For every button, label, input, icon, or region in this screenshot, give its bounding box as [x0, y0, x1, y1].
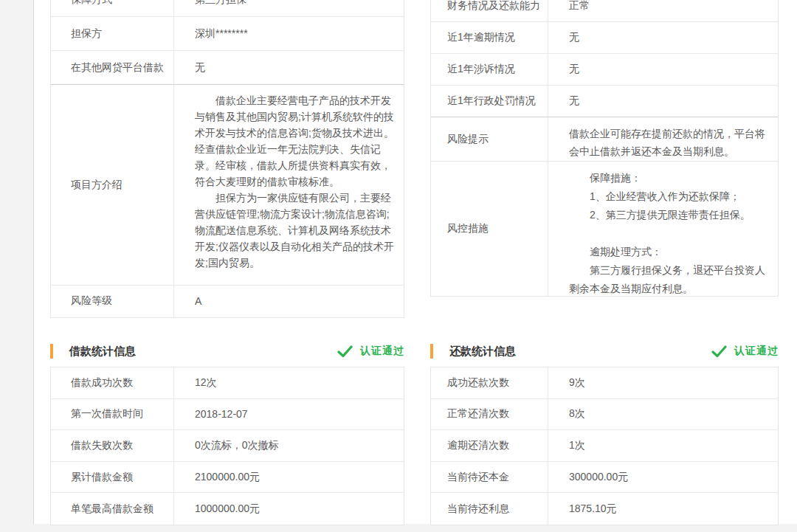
table-row: 担保方 深圳******** — [51, 17, 404, 51]
row-value: 8次 — [548, 399, 778, 430]
risk-control-line: 保障措施： — [569, 169, 773, 187]
row-label: 在其他网贷平台借款 — [51, 51, 174, 84]
loan-detail-page: 保障方式 第三方担保 担保方 深圳******** 在其他网贷平台借款 无 项目… — [0, 0, 797, 532]
row-label: 风险提示 — [431, 117, 548, 161]
row-label: 正常还清次数 — [431, 399, 548, 430]
row-label: 近1年行政处罚情况 — [431, 86, 548, 117]
accent-bar — [430, 344, 433, 359]
risk-tip-content: 借款企业可能存在提前还款的情况，平台将会中止借款并返还本金及当期利息。 — [548, 117, 778, 161]
accent-bar — [50, 344, 53, 359]
section-title-wrap: 还款统计信息 — [430, 344, 516, 359]
row-label: 近1年逾期情况 — [431, 22, 548, 53]
verified-badge: 认证通过 — [337, 345, 404, 358]
intro-paragraph: 担保方为一家供应链有限公司，主要经营供应链管理;物流方案设计;物流信息咨询;物流… — [195, 190, 399, 271]
row-value: 9次 — [548, 367, 778, 398]
row-label: 成功还款次数 — [431, 367, 548, 398]
row-label: 风险等级 — [51, 286, 174, 317]
row-label: 逾期还清次数 — [431, 430, 548, 461]
row-label: 当前待还本金 — [431, 462, 548, 493]
row-label: 近1年涉诉情况 — [431, 54, 548, 85]
table-row: 近1年涉诉情况 无 — [431, 54, 778, 86]
check-icon — [711, 345, 727, 358]
row-value: 正常 — [548, 0, 778, 21]
row-label: 担保方 — [51, 17, 174, 50]
row-value: 无 — [548, 54, 778, 85]
row-value masked-guarantor: 深圳******** — [174, 17, 404, 50]
row-value: 1875.10元 — [548, 493, 778, 525]
row-label: 财务情况及还款能力 — [431, 0, 548, 21]
risk-control-line: 逾期处理方式： — [569, 243, 773, 261]
row-value: 0次流标，0次撤标 — [174, 430, 404, 461]
risk-control-line: 第三方履行担保义务，退还平台投资人剩余本金及当期应付利息。 — [569, 261, 773, 298]
check-icon — [337, 345, 353, 358]
table-row: 正常还清次数 8次 — [431, 399, 778, 431]
risk-tip-paragraph: 借款企业可能存在提前还款的情况，平台将会中止借款并返还本金及当期利息。 — [569, 125, 773, 160]
row-value: 1000000.00元 — [174, 493, 404, 525]
row-label: 当前待还利息 — [431, 493, 548, 525]
borrow-stats-table: 借款成功次数 12次 第一次借款时间 2018-12-07 借款失败次数 0次流… — [50, 367, 404, 525]
row-label: 借款成功次数 — [51, 367, 174, 398]
row-label: 累计借款金额 — [51, 462, 174, 493]
section-title-wrap: 借款统计信息 — [50, 344, 136, 359]
row-value: 12次 — [174, 367, 404, 398]
row-value: 2018-12-07 — [174, 399, 404, 430]
table-row: 累计借款金额 2100000.00元 — [51, 462, 404, 494]
left-divider — [33, 0, 34, 524]
repay-stats-header: 还款统计信息 认证通过 — [430, 342, 779, 361]
table-row: 项目方介绍 借款企业主要经营电子产品的技术开发与销售及其他国内贸易;计算机系统软… — [51, 85, 404, 286]
row-value: 1次 — [548, 430, 778, 461]
row-label: 借款失败次数 — [51, 430, 174, 461]
risk-control-line: 2、第三方提供无限连带责任担保。 — [569, 206, 773, 224]
borrow-stats-header: 借款统计信息 认证通过 — [50, 342, 404, 361]
verified-label: 认证通过 — [734, 345, 779, 358]
verified-badge: 认证通过 — [711, 345, 779, 358]
table-row: 近1年逾期情况 无 — [431, 22, 778, 54]
row-label: 第一次借款时间 — [51, 399, 174, 430]
table-row: 风险提示 借款企业可能存在提前还款的情况，平台将会中止借款并返还本金及当期利息。 — [431, 117, 778, 162]
table-row: 借款失败次数 0次流标，0次撤标 — [51, 430, 404, 462]
table-row: 保障方式 第三方担保 — [51, 0, 404, 17]
project-intro-content: 借款企业主要经营电子产品的技术开发与销售及其他国内贸易;计算机系统软件的技术开发… — [174, 85, 404, 285]
table-row: 风控措施 保障措施： 1、企业经营收入作为还款保障； 2、第三方提供无限连带责任… — [431, 162, 778, 296]
row-value: 无 — [174, 51, 404, 84]
blank-line — [569, 224, 773, 243]
table-row: 成功还款次数 9次 — [431, 367, 778, 399]
table-row: 当前待还利息 1875.10元 — [431, 493, 778, 525]
table-row: 在其他网贷平台借款 无 — [51, 51, 404, 85]
row-value: 第三方担保 — [174, 0, 404, 16]
row-value: 无 — [548, 86, 778, 117]
project-info-table: 保障方式 第三方担保 担保方 深圳******** 在其他网贷平台借款 无 项目… — [50, 0, 404, 318]
risk-control-line: 1、企业经营收入作为还款保障； — [569, 187, 773, 206]
risk-grade-value: A — [174, 286, 404, 317]
table-row: 风险等级 A — [51, 286, 404, 317]
row-label: 项目方介绍 — [51, 85, 174, 285]
section-title: 借款统计信息 — [69, 345, 136, 359]
table-row: 第一次借款时间 2018-12-07 — [51, 399, 404, 431]
table-row: 借款成功次数 12次 — [51, 367, 404, 399]
risk-info-table: 财务情况及还款能力 正常 近1年逾期情况 无 近1年涉诉情况 无 近1年行政处罚… — [430, 0, 779, 297]
repay-stats-table: 成功还款次数 9次 正常还清次数 8次 逾期还清次数 1次 当前待还本金 300… — [430, 367, 779, 525]
table-row: 逾期还清次数 1次 — [431, 430, 778, 462]
table-row: 近1年行政处罚情况 无 — [431, 86, 778, 117]
table-row: 财务情况及还款能力 正常 — [431, 0, 778, 22]
row-label: 单笔最高借款金额 — [51, 493, 174, 525]
row-value: 2100000.00元 — [174, 462, 404, 493]
table-row: 单笔最高借款金额 1000000.00元 — [51, 493, 404, 525]
section-title: 还款统计信息 — [449, 345, 516, 359]
table-row: 当前待还本金 300000.00元 — [431, 462, 778, 494]
risk-control-content: 保障措施： 1、企业经营收入作为还款保障； 2、第三方提供无限连带责任担保。 逾… — [548, 162, 778, 296]
intro-paragraph: 借款企业主要经营电子产品的技术开发与销售及其他国内贸易;计算机系统软件的技术开发… — [195, 92, 399, 190]
row-label: 保障方式 — [51, 0, 174, 16]
row-value: 300000.00元 — [548, 462, 778, 493]
row-label: 风控措施 — [431, 162, 548, 296]
verified-label: 认证通过 — [360, 345, 404, 358]
row-value: 无 — [548, 22, 778, 53]
